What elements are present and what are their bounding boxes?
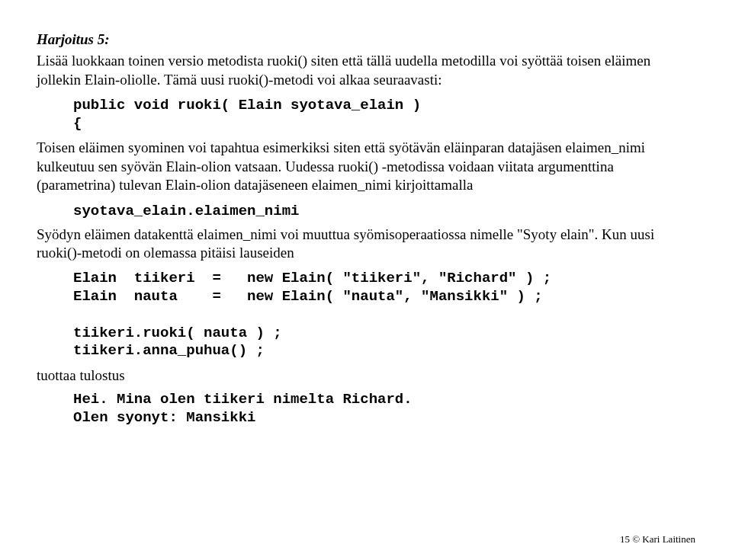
code-block-1: public void ruoki( Elain syotava_elain )… — [73, 97, 695, 133]
code-inline-1: syotava_elain.elaimen_nimi — [73, 202, 695, 220]
paragraph-3: Syödyn eläimen datakenttä elaimen_nimi v… — [37, 226, 695, 263]
paragraph-4: tuottaa tulostus — [37, 366, 695, 385]
exercise-heading: Harjoitus 5: — [37, 30, 695, 49]
code-block-2: Elain tiikeri = new Elain( "tiikeri", "R… — [73, 270, 695, 360]
paragraph-1: Lisää luokkaan toinen versio metodista r… — [37, 52, 695, 89]
code-block-3: Hei. Mina olen tiikeri nimelta Richard. … — [73, 391, 695, 427]
paragraph-2: Toisen eläimen syominen voi tapahtua esi… — [37, 139, 695, 194]
page-footer: 15 © Kari Laitinen — [620, 533, 695, 546]
